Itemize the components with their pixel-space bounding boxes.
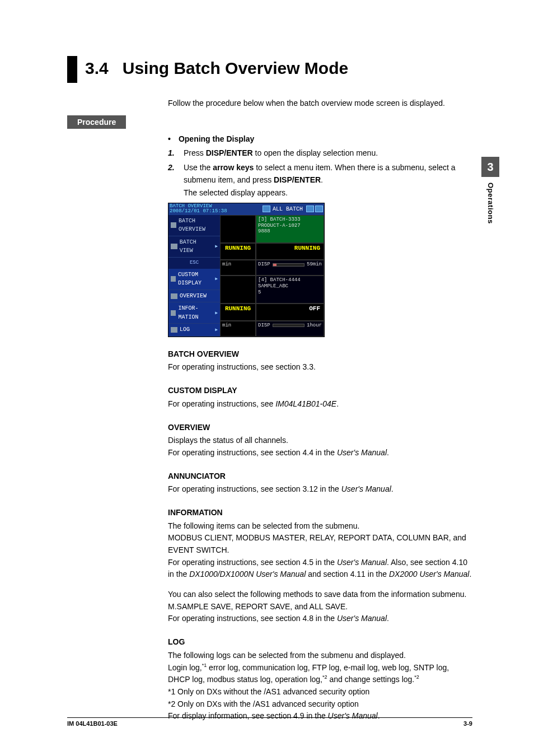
section-heading: Using Batch Overview Mode — [123, 59, 348, 77]
footnote-ref: *1 — [202, 662, 207, 668]
step-body: Press DISP/ENTER to open the display sel… — [184, 147, 472, 160]
screenshot-title: BATCH OVERVIEW 2008/12/01 07:15:38 — [170, 204, 261, 214]
camera-icon — [306, 206, 314, 212]
content-body: • Opening the Display 1. Press DISP/ENTE… — [168, 133, 472, 722]
section-annunciator: ANNUNCIATOR For operating instructions, … — [168, 470, 472, 496]
sidebar-esc[interactable]: ESC — [168, 258, 220, 269]
label: LOG — [180, 325, 190, 334]
progress-fill — [273, 264, 277, 266]
line: Displays the status of all channels. — [168, 435, 472, 447]
section-head: CUSTOM DISPLAY — [168, 385, 472, 397]
doc-ref: DX2000 User's Manual — [389, 570, 470, 578]
screenshot-titlebar: BATCH OVERVIEW 2008/12/01 07:15:38 ALL B… — [168, 203, 324, 215]
key-name: arrow keys — [213, 163, 254, 172]
doc-ref: User's Manual — [337, 558, 387, 567]
info-icon — [171, 310, 176, 316]
step-1: 1. Press DISP/ENTER to open the display … — [168, 147, 472, 160]
product-name: PRODUCT-A-1027 — [258, 223, 322, 229]
chapter-number-badge: 3 — [481, 157, 499, 177]
line: Login log,*1 error log, communication lo… — [168, 662, 472, 686]
screenshot-body: BATCH OVERVIEW BATCH VIEW▶ ESC CUSTOM DI… — [168, 215, 324, 337]
section-title: 3.4 Using Batch Overview Mode — [67, 56, 472, 83]
disp-label: DISP — [258, 323, 270, 329]
step-number: 1. — [168, 147, 184, 160]
text: and section 4.11 in the — [306, 570, 389, 578]
section-custom-display: CUSTOM DISPLAY For operating instruction… — [168, 385, 472, 410]
text: . — [387, 448, 389, 457]
sidebar-item-batch-view[interactable]: BATCH VIEW▶ — [168, 236, 220, 258]
empty-cell — [220, 215, 256, 243]
screenshot-main: [3] BATCH-3333 PRODUCT-A-1027 9888 RUNNI… — [220, 215, 324, 337]
disp-label: DISP — [258, 262, 270, 268]
text: For operating instructions, see section … — [168, 484, 341, 493]
footnote-2: *2 Only on DXs with the /AS1 advanced se… — [168, 698, 472, 711]
window-icon — [315, 206, 323, 212]
chevron-right-icon: ▶ — [215, 310, 218, 316]
line: MODBUS CLIENT, MODBUS MASTER, RELAY, REP… — [168, 532, 472, 556]
doc-ref: User's Manual — [337, 448, 387, 457]
title-bar-icon — [67, 56, 77, 83]
running-status-left: RUNNING — [220, 243, 256, 260]
min-label-2: min — [220, 321, 256, 337]
log-icon — [171, 327, 177, 333]
doc-ref: IM04L41B01-04E — [275, 399, 336, 408]
batch-value: 9888 — [258, 228, 322, 235]
page-footer: IM 04L41B01-03E 3-9 — [67, 717, 472, 727]
disp-row-1: DISP 59min — [256, 260, 324, 276]
doc-ref: User's Manual — [341, 484, 391, 493]
disp-row-2: DISP 1hour — [256, 321, 324, 337]
section-body: For operating instructions, see section … — [168, 361, 472, 374]
device-screenshot: BATCH OVERVIEW 2008/12/01 07:15:38 ALL B… — [168, 203, 325, 337]
text: . — [387, 614, 389, 623]
sidebar-item-batch-overview[interactable]: BATCH OVERVIEW — [168, 215, 220, 236]
product-name: SAMPLE_ABC — [258, 283, 322, 290]
hash-icon — [171, 293, 177, 299]
side-tab: 3 Operations — [481, 157, 499, 224]
procedure-label: Procedure — [67, 115, 126, 129]
line: You can also select the following method… — [168, 589, 472, 613]
title-text: 3.4 Using Batch Overview Mode — [85, 56, 348, 83]
label: BATCH OVERVIEW — [179, 217, 218, 234]
section-overview: OVERVIEW Displays the status of all chan… — [168, 422, 472, 459]
batch-id: [4] BATCH-4444 — [258, 277, 322, 283]
sidebar-item-custom-display[interactable]: CUSTOM DISPLAY▶ — [168, 269, 220, 290]
label: INFOR- MATION — [178, 304, 213, 321]
key-name: DISP/ENTER — [274, 175, 321, 184]
section-head: LOG — [168, 636, 472, 648]
section-number: 3.4 — [85, 59, 109, 77]
status-icon — [263, 206, 270, 212]
text: . — [336, 399, 339, 408]
chevron-right-icon: ▶ — [215, 276, 218, 282]
doc-ref: DX1000/DX1000N User's Manual — [189, 570, 306, 578]
step-sub: The selected display appears. — [184, 187, 472, 199]
sidebar-item-overview[interactable]: OVERVIEW — [168, 290, 220, 303]
line: For operating instructions, see section … — [168, 447, 472, 459]
step-number: 2. — [168, 162, 184, 199]
section-head: INFORMATION — [168, 507, 472, 519]
batch-id: [3] BATCH-3333 — [258, 217, 322, 223]
text: to open the display selection menu. — [253, 148, 378, 157]
text: . — [321, 175, 323, 184]
min-label: min — [220, 260, 256, 276]
section-body: For operating instructions, see section … — [168, 483, 472, 496]
text: Press — [184, 148, 206, 157]
running-status-left-2: RUNNING — [220, 304, 256, 321]
batch-3-header: [3] BATCH-3333 PRODUCT-A-1027 9888 — [256, 215, 324, 243]
sidebar-item-information[interactable]: INFOR- MATION▶ — [168, 302, 220, 324]
doc-ref: User's Manual — [337, 614, 387, 623]
screenshot-sidebar: BATCH OVERVIEW BATCH VIEW▶ ESC CUSTOM DI… — [168, 215, 220, 337]
line: The following items can be selected from… — [168, 520, 472, 533]
step-body: Use the arrow keys to select a menu item… — [184, 162, 472, 199]
text: . — [391, 484, 394, 493]
tab-label: ALL BATCH — [273, 205, 303, 214]
progress-bar — [273, 263, 305, 267]
time-value: 59min — [307, 262, 322, 268]
off-status: OFF — [256, 304, 324, 321]
text: and change settings log. — [327, 675, 415, 684]
page-number: 3-9 — [463, 720, 472, 727]
intro-text: Follow the procedure below when the batc… — [168, 99, 472, 108]
sidebar-item-log[interactable]: LOG▶ — [168, 324, 220, 337]
page: 3 Operations 3.4 Using Batch Overview Mo… — [0, 0, 534, 756]
label: CUSTOM DISPLAY — [178, 270, 213, 288]
section-log: LOG The following logs can be selected f… — [168, 636, 472, 722]
